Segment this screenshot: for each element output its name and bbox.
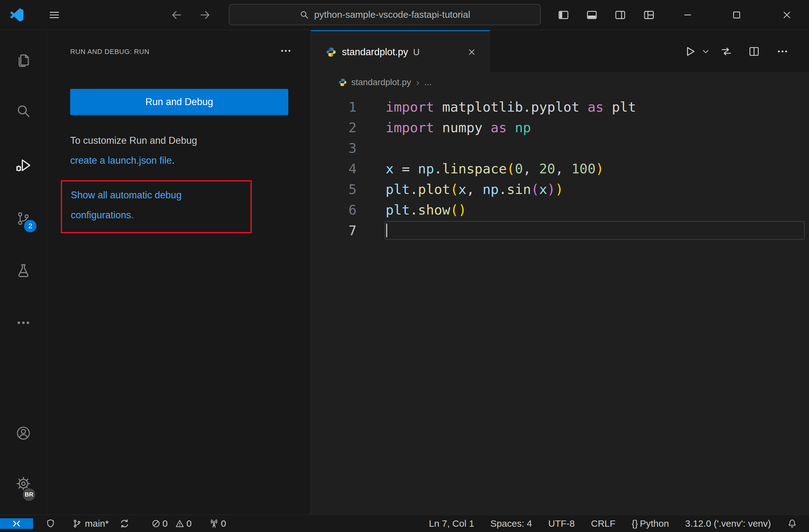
window-maximize-button[interactable]: [722, 0, 751, 30]
status-bar: main* 0 0 0 Ln 7, Col 1 Spaces: 4 UTF-8 …: [0, 515, 809, 532]
workspace-trust-button[interactable]: [46, 519, 55, 529]
customize-layout-icon[interactable]: [640, 0, 658, 30]
files-icon: [16, 53, 31, 68]
line-content: import numpy as np: [357, 117, 531, 138]
code-line[interactable]: 1import matplotlib.pyplot as plt: [311, 97, 809, 117]
ports-status[interactable]: 0: [209, 518, 226, 529]
tab-git-status: U: [413, 47, 420, 57]
line-number: 6: [311, 199, 357, 220]
create-launch-json-link[interactable]: create a launch.json file: [70, 155, 172, 166]
line-number: 7: [311, 220, 357, 241]
line-number: 4: [311, 158, 357, 179]
git-branch-status[interactable]: main*: [72, 518, 130, 529]
profile-initials-badge[interactable]: BR: [22, 487, 36, 502]
line-content: import matplotlib.pyplot as plt: [357, 97, 636, 117]
eol-status[interactable]: CRLF: [591, 518, 615, 529]
sidebar-item-source-control[interactable]: [0, 203, 47, 234]
sidebar-item-more[interactable]: [0, 308, 47, 338]
sync-icon: [120, 519, 130, 529]
status-right: Ln 7, Col 1 Spaces: 4 UTF-8 CRLF {} Pyth…: [429, 518, 809, 529]
sidebar-item-run-and-debug[interactable]: [0, 150, 47, 180]
open-changes-icon[interactable]: [713, 45, 740, 58]
show-debug-configurations-link[interactable]: Show all automatic debug configurations.: [71, 185, 241, 225]
cursor-position-status[interactable]: Ln 7, Col 1: [429, 518, 474, 529]
toggle-primary-sidebar-icon[interactable]: [555, 0, 572, 30]
code-line[interactable]: 3: [311, 138, 809, 158]
tab-standardplot[interactable]: standardplot.py U: [311, 30, 490, 73]
vscode-window: python-sample-vscode-fastapi-tutorial: [0, 0, 809, 532]
code-line[interactable]: 5plt.plot(x, np.sin(x)): [311, 179, 809, 199]
branch-name: main*: [85, 518, 109, 529]
tab-label: standardplot.py: [342, 47, 408, 58]
play-icon: [684, 45, 696, 58]
search-icon: [299, 10, 309, 20]
sync-icon[interactable]: [120, 519, 130, 529]
line-number: 1: [311, 97, 357, 117]
run-and-debug-button[interactable]: Run and Debug: [70, 89, 288, 115]
warnings-count: 0: [186, 518, 192, 529]
breadcrumb-chevron-icon: ›: [416, 77, 419, 88]
code-line[interactable]: 7: [311, 220, 809, 241]
window-minimize-button[interactable]: [673, 0, 702, 30]
sidebar-item-explorer[interactable]: [0, 46, 47, 75]
toggle-secondary-sidebar-icon[interactable]: [612, 0, 629, 30]
text-cursor: [386, 224, 387, 237]
radio-tower-icon: [209, 519, 219, 529]
window-close-button[interactable]: [773, 0, 801, 30]
indentation-status[interactable]: Spaces: 4: [490, 518, 532, 529]
search-icon: [16, 103, 31, 119]
status-left: main* 0 0 0: [0, 518, 226, 529]
code-line[interactable]: 6plt.show(): [311, 199, 809, 220]
forward-arrow-icon[interactable]: [196, 0, 214, 30]
account-button[interactable]: [0, 418, 47, 448]
back-arrow-icon[interactable]: [168, 0, 185, 30]
errors-count: 0: [162, 518, 168, 529]
run-dropdown-chevron-icon[interactable]: [699, 48, 713, 55]
code-editor[interactable]: 1import matplotlib.pyplot as plt2import …: [311, 92, 809, 515]
toggle-panel-icon[interactable]: [583, 0, 601, 30]
vscode-logo-icon: [8, 0, 25, 30]
breadcrumb-more[interactable]: ...: [424, 77, 431, 87]
breadcrumb-file[interactable]: standardplot.py: [351, 77, 411, 87]
shield-icon: [46, 519, 55, 529]
line-number: 3: [311, 138, 357, 158]
sidebar-more-actions-icon[interactable]: [277, 44, 294, 58]
braces-icon: {}: [632, 518, 638, 529]
ellipsis-icon: [16, 315, 31, 331]
editor-more-actions-icon[interactable]: [769, 45, 796, 58]
menu-hamburger-icon[interactable]: [46, 0, 63, 30]
highlight-red-box: Show all automatic debug configurations.: [61, 180, 252, 233]
line-content: [357, 138, 385, 158]
language-name: Python: [640, 518, 669, 529]
account-icon: [15, 425, 32, 441]
beaker-icon: [16, 263, 31, 279]
breadcrumb[interactable]: standardplot.py › ...: [311, 73, 809, 92]
command-center-search[interactable]: python-sample-vscode-fastapi-tutorial: [229, 4, 541, 25]
split-editor-icon[interactable]: [740, 45, 769, 58]
notifications-bell-icon[interactable]: [787, 519, 797, 529]
run-python-file-button[interactable]: [682, 45, 699, 58]
ports-count: 0: [221, 518, 226, 529]
bell-icon: [787, 519, 797, 529]
hint-period: .: [172, 155, 175, 166]
remote-indicator[interactable]: [0, 518, 33, 529]
branch-icon: [72, 519, 82, 528]
run-and-debug-sidebar: RUN AND DEBUG: RUN Run and Debug To cust…: [47, 30, 311, 515]
main-area: 2 BR RUN AND DEBUG: RUN Run and Debug: [0, 30, 809, 515]
search-text: python-sample-vscode-fastapi-tutorial: [314, 10, 470, 20]
sidebar-item-search[interactable]: [0, 96, 47, 126]
customize-hint-text: To customize Run and Debug: [70, 131, 282, 150]
code-line[interactable]: 2import numpy as np: [311, 117, 809, 138]
sidebar-item-testing[interactable]: [0, 256, 47, 286]
problems-status[interactable]: 0 0: [151, 518, 192, 529]
sidebar-title: RUN AND DEBUG: RUN: [70, 48, 150, 56]
encoding-status[interactable]: UTF-8: [548, 518, 575, 529]
customize-hint: To customize Run and Debug create a laun…: [70, 131, 282, 171]
python-interpreter-status[interactable]: 3.12.0 ('.venv': venv): [685, 518, 771, 529]
language-mode-status[interactable]: {} Python: [632, 518, 669, 529]
errors-icon: [151, 519, 161, 528]
line-content: x = np.linspace(0, 20, 100): [357, 158, 604, 179]
tab-close-icon[interactable]: [465, 45, 479, 59]
code-line[interactable]: 4x = np.linspace(0, 20, 100): [311, 158, 809, 179]
line-content: plt.plot(x, np.sin(x)): [357, 179, 564, 199]
